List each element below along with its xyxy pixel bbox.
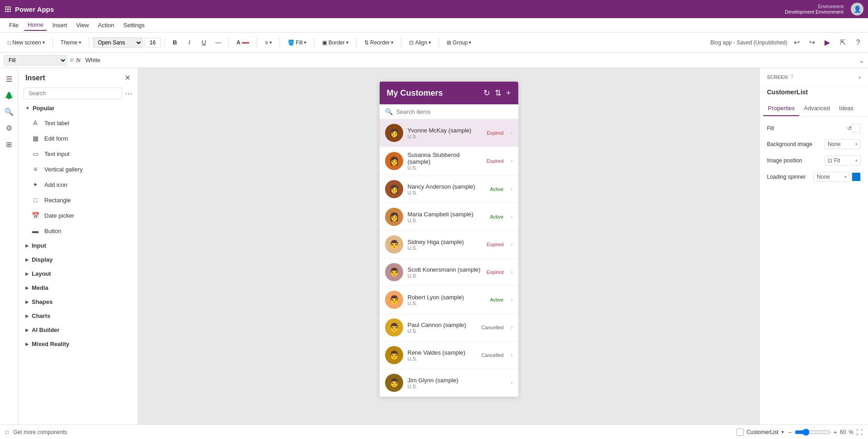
fill-refresh-icon[interactable]: ↺ [847, 125, 852, 132]
insert-item-button[interactable]: ▬ Button [18, 223, 138, 239]
fullscreen-button[interactable]: ⛶ [856, 429, 863, 436]
sort-icon[interactable]: ⇅ [495, 88, 502, 98]
customer-item-10[interactable]: 👨 Jim Glynn (sample) U.S. › [380, 369, 518, 397]
fill-color-box[interactable] [852, 124, 861, 133]
insert-toggle-icon[interactable]: ☰ [3, 73, 15, 85]
menu-settings[interactable]: Settings [120, 20, 148, 30]
insert-search-input[interactable] [24, 88, 122, 99]
bg-image-row: Background image None ▾ [767, 139, 861, 149]
zoom-out-button[interactable]: − [788, 429, 792, 436]
zoom-slider[interactable] [795, 429, 831, 436]
formula-input[interactable] [83, 56, 856, 64]
run-button[interactable]: ▶ [821, 36, 834, 49]
menu-home[interactable]: Home [24, 20, 47, 31]
preview-button[interactable]: ⇱ [836, 36, 849, 49]
zoom-in-button[interactable]: + [834, 429, 837, 436]
align-pos-button[interactable]: ⊡ Align ▾ [405, 37, 435, 48]
get-components-icon[interactable]: □ [5, 429, 9, 435]
section-shapes[interactable]: ▶ Shapes [18, 295, 138, 309]
section-layout[interactable]: ▶ Layout [18, 267, 138, 281]
section-media[interactable]: ▶ Media [18, 281, 138, 295]
undo-button[interactable]: ↩ [790, 36, 803, 49]
customer-item-1[interactable]: 👩 Yvonne McKay (sample) U.S. Expired › [380, 119, 518, 147]
vertical-gallery-icon: ≡ [31, 165, 40, 174]
date-picker-icon: 📅 [31, 211, 40, 220]
customer-item-4[interactable]: 👩 Maria Campbell (sample) U.S. Active › [380, 203, 518, 231]
insert-close-icon[interactable]: ✕ [125, 73, 130, 82]
section-mixed-reality[interactable]: ▶ Mixed Reality [18, 337, 138, 351]
section-display[interactable]: ▶ Display [18, 253, 138, 267]
new-screen-button[interactable]: □ New screen ▾ [4, 37, 49, 48]
align-button[interactable]: ≡ ▾ [261, 37, 276, 48]
insert-item-date-picker[interactable]: 📅 Date picker [18, 208, 138, 223]
bg-image-select[interactable]: None ▾ [825, 139, 861, 149]
customer-item-5[interactable]: 👨 Sidney Higa (sample) U.S. Expired › [380, 231, 518, 259]
italic-button[interactable]: I [183, 36, 196, 49]
menu-insert[interactable]: Insert [49, 20, 71, 30]
edit-form-text: Edit form [44, 135, 68, 142]
customer-item-7[interactable]: 👨 Robert Lyon (sample) U.S. Active › [380, 286, 518, 314]
underline-button[interactable]: U [198, 36, 210, 49]
reorder-button[interactable]: ⇅ Reorder ▾ [360, 37, 397, 48]
fill-button[interactable]: 🪣 Fill ▾ [284, 37, 310, 48]
customer-status-1: Expired [487, 130, 503, 136]
strikethrough-button[interactable]: — [212, 36, 225, 49]
settings-sidebar-icon[interactable]: ⚙ [3, 122, 15, 134]
section-popular[interactable]: ▼ Popular [18, 101, 138, 115]
tab-advanced[interactable]: Advanced [799, 101, 834, 116]
insert-item-vertical-gallery[interactable]: ≡ Vertical gallery [18, 161, 138, 177]
section-input[interactable]: ▶ Input [18, 239, 138, 253]
insert-item-text-label[interactable]: A Text label [18, 115, 138, 131]
tab-ideas[interactable]: Ideas [834, 101, 858, 116]
menu-file[interactable]: File [5, 20, 22, 30]
font-select[interactable]: Open Sans Arial Calibri [93, 37, 143, 48]
loading-spinner-select[interactable]: None ▾ [814, 172, 850, 182]
formula-equals: = [70, 57, 73, 64]
image-position-select[interactable]: ⊡ Fit ▾ [825, 156, 861, 166]
insert-item-rectangle[interactable]: □ Rectangle [18, 192, 138, 208]
customer-item-8[interactable]: 👨 Paul Cannon (sample) U.S. Cancelled › [380, 314, 518, 341]
screen-help-icon[interactable]: ? [791, 74, 794, 80]
customer-item-2[interactable]: 👩 Susanna Stubberod (sample) U.S. Expire… [380, 147, 518, 176]
customer-item-6[interactable]: 👨 Scott Konersmann (sample) U.S. Expired… [380, 259, 518, 286]
border-button[interactable]: ▣ Border ▾ [318, 37, 352, 48]
right-expand-icon[interactable]: › [858, 73, 861, 81]
formula-fx-icon[interactable]: fx [76, 57, 81, 63]
bold-button[interactable]: B [169, 36, 181, 49]
tab-properties[interactable]: Properties [763, 101, 799, 116]
section-charts[interactable]: ▶ Charts [18, 309, 138, 323]
customer-name-4: Maria Campbell (sample) [408, 211, 486, 218]
components-sidebar-icon[interactable]: ⊞ [3, 138, 15, 151]
group-button[interactable]: ⊞ Group ▾ [443, 37, 475, 48]
insert-item-edit-form[interactable]: ▦ Edit form [18, 131, 138, 146]
user-avatar[interactable]: 👤 [851, 3, 863, 15]
menu-action[interactable]: Action [94, 20, 118, 30]
add-customer-icon[interactable]: + [506, 88, 511, 98]
section-ai-builder[interactable]: ▶ AI Builder [18, 323, 138, 337]
tree-view-icon[interactable]: 🌲 [3, 89, 15, 102]
spinner-color-box[interactable] [852, 172, 861, 181]
bottom-screen-caret[interactable]: ▾ [781, 429, 784, 434]
app-search-input[interactable] [396, 108, 513, 115]
get-components-link[interactable]: Get more components [13, 429, 67, 435]
font-color-button[interactable]: A [232, 37, 253, 48]
customer-item-3[interactable]: 👩 Nancy Anderson (sample) U.S. Active › [380, 176, 518, 203]
search-sidebar-icon[interactable]: 🔍 [3, 105, 15, 118]
insert-more-icon[interactable]: ⋯ [125, 89, 132, 98]
app-title: Blog app - Saved (Unpublished) [710, 39, 787, 46]
customer-status-4: Active [490, 214, 504, 220]
help-button[interactable]: ? [852, 36, 864, 49]
customer-name-3: Nancy Anderson (sample) [408, 183, 486, 190]
font-size-input[interactable] [145, 38, 161, 48]
grid-icon[interactable]: ⊞ [5, 4, 11, 14]
formula-expand-icon[interactable]: ⌄ [859, 57, 864, 64]
redo-button[interactable]: ↪ [805, 36, 818, 49]
property-select[interactable]: Fill Background image [4, 55, 67, 66]
menu-view[interactable]: View [72, 20, 92, 30]
customer-item-9[interactable]: 👨 Rene Valdes (sample) U.S. Cancelled › [380, 341, 518, 369]
customer-name-2: Susanna Stubberod (sample) [408, 151, 482, 165]
insert-item-add-icon[interactable]: ✦ Add icon [18, 177, 138, 192]
insert-item-text-input[interactable]: ▭ Text input [18, 146, 138, 161]
theme-button[interactable]: Theme ▾ [57, 37, 85, 48]
refresh-icon[interactable]: ↻ [483, 88, 490, 98]
